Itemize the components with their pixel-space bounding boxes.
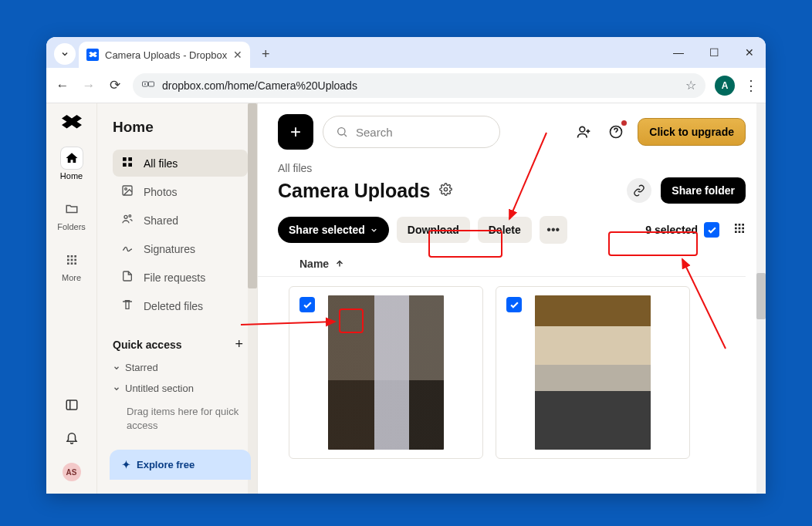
rail-item-folders[interactable]: Folders (46, 193, 96, 236)
svg-rect-10 (67, 262, 69, 265)
svg-point-21 (124, 215, 127, 218)
rail-item-home[interactable]: Home (46, 142, 96, 185)
svg-point-20 (125, 188, 127, 191)
panel-toggle-icon[interactable] (65, 398, 79, 415)
new-tab-button[interactable]: + (255, 43, 276, 65)
untitled-section[interactable]: Untitled section (113, 383, 248, 394)
svg-rect-15 (123, 157, 127, 161)
window-controls: — ☐ ✕ (668, 37, 760, 68)
sidebar: Home All files Photos (97, 103, 258, 494)
main-scrollbar-track[interactable] (756, 103, 766, 494)
selected-count[interactable]: 9 selected (639, 218, 726, 241)
dropbox-logo-icon[interactable] (62, 114, 82, 134)
download-button[interactable]: Download (397, 217, 470, 243)
svg-rect-7 (67, 259, 69, 261)
browser-profile[interactable]: A (715, 76, 735, 96)
sparkle-icon: ✦ (122, 459, 130, 470)
sidebar-title: Home (113, 119, 248, 136)
help-icon[interactable] (605, 121, 627, 143)
quick-access-header: Quick access + (113, 336, 248, 352)
forward-button[interactable]: → (80, 78, 97, 93)
column-header-name[interactable]: Name (258, 244, 746, 277)
search-placeholder: Search (356, 126, 393, 139)
upgrade-button[interactable]: Click to upgrade (638, 118, 746, 146)
browser-menu-icon[interactable]: ⋮ (744, 77, 758, 94)
copy-link-icon[interactable] (627, 178, 651, 203)
url-text: dropbox.com/home/Camera%20Uploads (162, 79, 357, 92)
app-body: Home Folders More (46, 103, 766, 494)
folder-title: Camera Uploads (278, 180, 430, 202)
explore-free-banner[interactable]: ✦ Explore free (110, 450, 251, 480)
select-all-checkbox[interactable] (704, 222, 719, 238)
invite-icon[interactable] (573, 121, 594, 143)
notification-dot (621, 120, 627, 126)
add-quick-access-icon[interactable]: + (235, 336, 243, 352)
file-card[interactable] (289, 286, 483, 459)
svg-rect-32 (739, 224, 741, 226)
svg-rect-8 (70, 259, 73, 261)
create-button[interactable]: + (278, 114, 313, 150)
sidebar-item-shared[interactable]: Shared (113, 207, 248, 234)
top-bar: + Search Click to upgrade (258, 103, 766, 157)
file-card[interactable] (496, 286, 690, 459)
sort-arrow-icon (335, 259, 344, 268)
svg-rect-38 (739, 231, 741, 233)
rail-item-more[interactable]: More (46, 244, 96, 287)
svg-rect-34 (735, 228, 737, 230)
svg-rect-4 (67, 255, 69, 258)
trash-icon (120, 298, 134, 313)
chevron-down-icon (370, 226, 378, 234)
starred-section[interactable]: Starred (113, 362, 248, 373)
svg-rect-11 (70, 262, 73, 265)
main-scrollbar-thumb[interactable] (756, 273, 766, 319)
reload-button[interactable]: ⟳ (107, 77, 123, 93)
bookmark-icon[interactable]: ☆ (685, 78, 696, 93)
user-avatar[interactable]: AS (63, 463, 81, 481)
browser-tabstrip: Camera Uploads - Dropbox ✕ + — ☐ ✕ (46, 37, 766, 68)
image-thumbnail (535, 295, 651, 450)
browser-tab[interactable]: Camera Uploads - Dropbox ✕ (79, 42, 250, 68)
tab-search-button[interactable] (54, 43, 76, 65)
site-info-icon[interactable] (142, 79, 154, 91)
tab-title: Camera Uploads - Dropbox (105, 49, 227, 61)
file-checkbox[interactable] (299, 297, 315, 312)
address-bar[interactable]: dropbox.com/home/Camera%20Uploads ☆ (133, 73, 705, 98)
photos-icon (120, 184, 134, 199)
svg-rect-1 (149, 82, 154, 86)
svg-rect-16 (128, 157, 132, 161)
svg-rect-37 (735, 231, 737, 233)
file-checkbox[interactable] (506, 297, 522, 312)
svg-rect-39 (742, 231, 744, 233)
svg-point-25 (580, 126, 585, 132)
svg-rect-17 (123, 163, 127, 167)
folder-settings-icon[interactable] (439, 183, 452, 199)
share-folder-button[interactable]: Share folder (661, 177, 746, 204)
sidebar-item-photos[interactable]: Photos (113, 178, 248, 205)
browser-toolbar: ← → ⟳ dropbox.com/home/Camera%20Uploads … (46, 68, 766, 103)
sidebar-item-all-files[interactable]: All files (113, 150, 248, 177)
bell-icon[interactable] (65, 430, 79, 447)
minimize-button[interactable]: — (668, 46, 689, 59)
share-selected-button[interactable]: Share selected (278, 217, 389, 243)
maximize-button[interactable]: ☐ (704, 46, 724, 59)
svg-rect-33 (742, 224, 744, 226)
view-toggle-icon[interactable] (733, 222, 746, 238)
home-icon (60, 147, 83, 170)
breadcrumb[interactable]: All files (258, 162, 766, 174)
search-input[interactable]: Search (323, 116, 500, 148)
more-actions-button[interactable]: ••• (540, 216, 567, 244)
folder-icon (60, 197, 83, 221)
close-tab-icon[interactable]: ✕ (233, 49, 242, 61)
main-content: + Search Click to upgrade (258, 103, 766, 494)
svg-line-24 (344, 134, 347, 137)
back-button[interactable]: ← (54, 78, 71, 93)
sidebar-item-deleted-files[interactable]: Deleted files (113, 292, 248, 319)
delete-button[interactable]: Delete (478, 217, 532, 243)
shared-icon (120, 213, 134, 228)
sidebar-item-file-requests[interactable]: File requests (113, 264, 248, 291)
sidebar-item-signatures[interactable]: Signatures (113, 235, 248, 262)
svg-rect-12 (74, 262, 76, 265)
svg-rect-9 (74, 259, 76, 261)
close-window-button[interactable]: ✕ (739, 46, 760, 59)
all-files-icon (120, 156, 134, 170)
